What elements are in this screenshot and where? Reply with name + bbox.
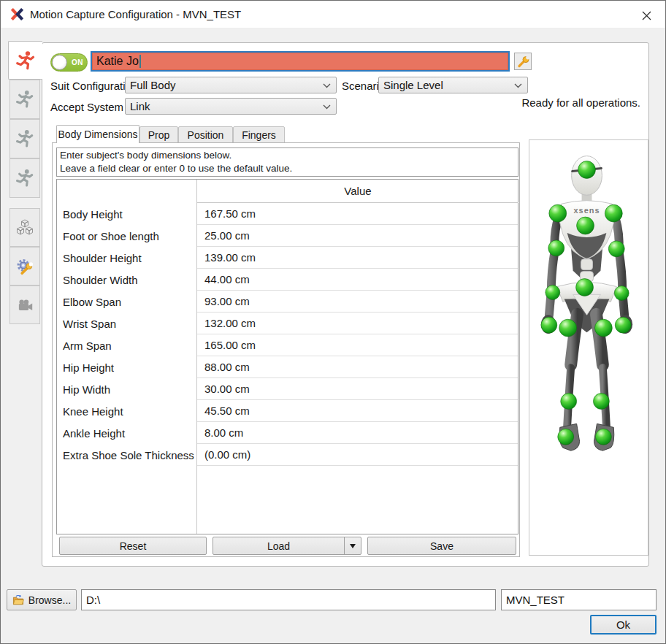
- table-row: Elbow Span93.00 cm: [57, 291, 518, 313]
- row-value[interactable]: 167.50 cm: [197, 203, 518, 225]
- ok-label: Ok: [616, 618, 630, 631]
- row-label: Elbow Span: [57, 291, 196, 313]
- table-row: Extra Shoe Sole Thickness(0.00 cm): [57, 444, 518, 466]
- chevron-down-icon: [323, 104, 331, 110]
- video-camera-icon: [15, 296, 34, 315]
- row-value[interactable]: 30.00 cm: [197, 378, 518, 400]
- sidebar-item-objects[interactable]: [9, 208, 40, 247]
- row-label: Body Height: [57, 203, 196, 225]
- row-value[interactable]: 25.00 cm: [197, 225, 518, 247]
- row-value[interactable]: 139.00 cm: [197, 247, 518, 269]
- row-label: Foot or Shoe length: [57, 225, 196, 247]
- text-caret: [139, 55, 141, 68]
- runner-icon: [15, 50, 37, 72]
- sidebar-item-session-3[interactable]: [9, 119, 40, 158]
- tab-fingers[interactable]: Fingers: [233, 126, 285, 143]
- reset-label: Reset: [120, 540, 147, 552]
- table-row: Hip Width30.00 cm: [57, 378, 518, 400]
- subject-name-input[interactable]: Katie Jo: [91, 51, 510, 72]
- row-label: Wrist Span: [57, 313, 196, 334]
- row-label: Arm Span: [57, 334, 196, 356]
- browse-label: Browse...: [28, 594, 71, 606]
- table-row: Body Height167.50 cm: [57, 203, 518, 225]
- tab-label: Body Dimensions: [58, 129, 138, 140]
- tab-label: Position: [188, 129, 224, 141]
- row-value[interactable]: 44.00 cm: [197, 269, 518, 291]
- load-button[interactable]: Load: [213, 537, 361, 555]
- ok-button[interactable]: Ok: [590, 615, 657, 635]
- body-dimensions-table: Value Body Height167.50 cm Foot or Shoe …: [56, 179, 518, 534]
- cubes-icon: [15, 218, 35, 237]
- table-row: Foot or Shoe length25.00 cm: [57, 225, 518, 247]
- row-label: Shoulder Height: [57, 247, 196, 269]
- load-label: Load: [213, 540, 344, 552]
- sidebar-item-video[interactable]: [9, 285, 40, 324]
- dropdown-arrow-icon: [350, 544, 356, 548]
- value-column-header: Value: [197, 180, 518, 203]
- title-bar: Motion Capture Configuration - MVN_TEST: [1, 1, 665, 28]
- table-row: Shoulder Height139.00 cm: [57, 247, 518, 269]
- tab-label: Prop: [148, 129, 170, 141]
- status-text: Ready for all operations.: [521, 96, 640, 109]
- accept-system-label: Accept System: [50, 101, 123, 113]
- sidebar-item-session-2[interactable]: [9, 80, 40, 119]
- instructions-line-1: Enter subject's body dimensions below.: [60, 149, 515, 162]
- runner-icon: [15, 129, 35, 149]
- mannequin-figure: xsens: [529, 140, 648, 556]
- suit-on-toggle[interactable]: ON: [50, 53, 88, 72]
- row-label: Shoulder Width: [57, 269, 196, 291]
- tab-position[interactable]: Position: [178, 126, 233, 143]
- chevron-down-icon: [514, 83, 522, 88]
- sidebar-item-session-1[interactable]: [8, 41, 42, 80]
- suit-configuration-value: Full Body: [130, 79, 176, 91]
- row-label: Hip Width: [57, 378, 196, 400]
- table-row: Wrist Span132.00 cm: [57, 313, 518, 334]
- xsens-logo-icon: [10, 7, 24, 21]
- table-row: Knee Height45.50 cm: [57, 400, 518, 422]
- session-name-input[interactable]: [501, 589, 657, 610]
- mannequin-brand-label: xsens: [574, 206, 600, 215]
- row-value[interactable]: 165.00 cm: [197, 334, 518, 356]
- runner-icon: [15, 168, 35, 188]
- gear-wrench-icon: [15, 257, 34, 276]
- table-row: Shoulder Width44.00 cm: [57, 269, 518, 291]
- motion-capture-config-dialog: Motion Capture Configuration - MVN_TEST: [0, 0, 666, 644]
- table-row: Ankle Height8.00 cm: [57, 422, 518, 444]
- table-rows: Body Height167.50 cm Foot or Shoe length…: [57, 203, 518, 466]
- row-value[interactable]: 45.50 cm: [197, 400, 518, 422]
- toggle-on-label: ON: [72, 58, 83, 66]
- table-row: Hip Height88.00 cm: [57, 356, 518, 378]
- tab-prop[interactable]: Prop: [139, 126, 178, 143]
- tab-body-dimensions[interactable]: Body Dimensions: [56, 125, 139, 143]
- row-value[interactable]: 88.00 cm: [197, 356, 518, 378]
- close-icon[interactable]: [638, 7, 655, 24]
- load-dropdown-button[interactable]: [344, 537, 361, 554]
- sidebar-item-session-4[interactable]: [9, 158, 40, 198]
- accept-system-value: Link: [130, 100, 150, 112]
- browse-button[interactable]: Browse...: [7, 589, 77, 610]
- chevron-down-icon: [323, 83, 331, 88]
- row-label: Extra Shoe Sole Thickness: [57, 444, 196, 466]
- sidebar-item-settings[interactable]: [9, 247, 40, 285]
- table-row: Arm Span165.00 cm: [57, 334, 518, 356]
- row-value[interactable]: 93.00 cm: [197, 291, 518, 313]
- row-label: Knee Height: [57, 400, 196, 422]
- mannequin-viewport: xsens: [529, 139, 648, 556]
- suit-configuration-select[interactable]: Full Body: [125, 77, 337, 93]
- accept-system-select[interactable]: Link: [125, 98, 337, 115]
- row-value[interactable]: 8.00 cm: [197, 422, 518, 444]
- save-button[interactable]: Save: [367, 537, 516, 555]
- row-value[interactable]: (0.00 cm): [197, 444, 518, 466]
- row-value[interactable]: 132.00 cm: [197, 313, 518, 334]
- instructions-box: Enter subject's body dimensions below. L…: [56, 147, 518, 177]
- subject-name-value: Katie Jo: [96, 55, 139, 68]
- wrench-icon: [516, 55, 530, 69]
- reset-button[interactable]: Reset: [59, 537, 207, 555]
- instructions-line-2: Leave a field clear or enter 0 to use th…: [60, 162, 515, 175]
- runner-icon: [15, 89, 35, 110]
- scenario-select[interactable]: Single Level: [378, 77, 528, 93]
- save-label: Save: [430, 540, 453, 552]
- session-path-input[interactable]: [81, 589, 496, 610]
- hardware-config-button[interactable]: [514, 53, 532, 70]
- row-label: Ankle Height: [57, 422, 196, 444]
